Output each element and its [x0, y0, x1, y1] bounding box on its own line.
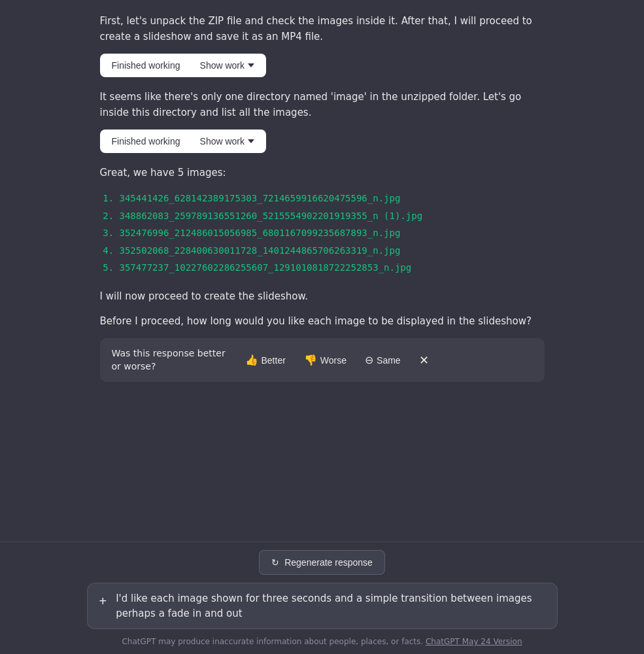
message-content: First, let's unpack the ZIP file and che…: [87, 13, 558, 382]
regenerate-icon: ↻: [271, 557, 279, 568]
message-text-5: Before I proceed, how long would you lik…: [100, 313, 545, 329]
same-icon: ⊖: [365, 354, 373, 366]
chat-input[interactable]: I'd like each image shown for three seco…: [116, 591, 546, 621]
main-container: First, let's unpack the ZIP file and che…: [0, 0, 644, 654]
thumbs-down-icon: 👎: [304, 354, 317, 366]
finished-working-button-1[interactable]: Finished working Show work: [100, 54, 267, 77]
list-item: 345441426_628142389175303_72146599166204…: [120, 190, 545, 207]
worse-button[interactable]: 👎 Worse: [299, 351, 352, 369]
show-work-label-1: Show work: [200, 60, 245, 71]
close-feedback-button[interactable]: ✕: [414, 351, 434, 370]
show-work-label-2: Show work: [200, 136, 245, 146]
message-text-3: Great, we have 5 images:: [100, 165, 545, 181]
file-list-items: 345441426_628142389175303_72146599166204…: [103, 190, 545, 277]
file-list: 345441426_628142389175303_72146599166204…: [100, 190, 545, 277]
finished-working-button-2[interactable]: Finished working Show work: [100, 129, 267, 153]
better-label: Better: [262, 355, 286, 366]
input-area: + I'd like each image shown for three se…: [87, 583, 558, 629]
message-text-2: It seems like there's only one directory…: [100, 89, 545, 120]
list-item: 352476996_212486015056985_68011670992356…: [120, 224, 545, 242]
regenerate-button[interactable]: ↻ Regenerate response: [259, 550, 385, 575]
show-work-2[interactable]: Show work: [200, 136, 254, 146]
feedback-actions: 👍 Better 👎 Worse ⊖ Same ✕: [240, 351, 434, 370]
regenerate-label: Regenerate response: [284, 557, 373, 568]
better-button[interactable]: 👍 Better: [240, 351, 291, 369]
disclaimer-link[interactable]: ChatGPT May 24 Version: [426, 637, 522, 646]
add-attachment-button[interactable]: +: [98, 593, 109, 610]
worse-label: Worse: [320, 355, 347, 366]
bottom-bar: ↻ Regenerate response + I'd like each im…: [0, 542, 644, 654]
chat-area: First, let's unpack the ZIP file and che…: [0, 0, 644, 542]
message-text-4: I will now proceed to create the slidesh…: [100, 288, 545, 304]
feedback-box: Was this response better or worse? 👍 Bet…: [100, 338, 545, 382]
finished-working-label-2: Finished working: [112, 136, 180, 146]
message-text-1: First, let's unpack the ZIP file and che…: [100, 13, 545, 44]
chevron-down-icon-1: [248, 63, 254, 67]
thumbs-up-icon: 👍: [245, 354, 258, 366]
chevron-down-icon-2: [248, 139, 254, 143]
finished-working-label-1: Finished working: [112, 60, 180, 71]
feedback-question: Was this response better or worse?: [112, 347, 229, 373]
disclaimer-text: ChatGPT may produce inaccurate informati…: [122, 637, 522, 646]
list-item: 357477237_10227602286255607_129101081872…: [120, 259, 545, 277]
same-label: Same: [377, 355, 401, 366]
show-work-1[interactable]: Show work: [200, 60, 254, 71]
list-item: 352502068_228400630011728_14012448657062…: [120, 242, 545, 260]
list-item: 348862083_259789136551260_52155549022019…: [120, 207, 545, 225]
same-button[interactable]: ⊖ Same: [360, 351, 406, 369]
